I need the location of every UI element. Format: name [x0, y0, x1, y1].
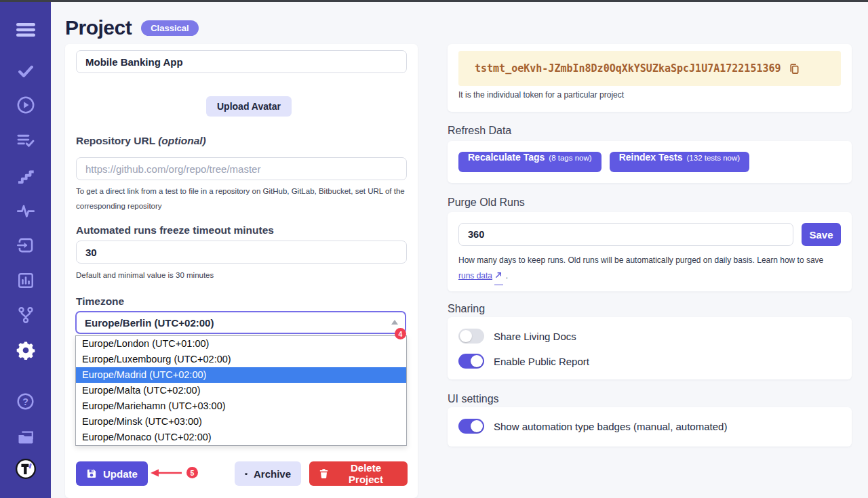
share-living-docs-toggle[interactable] — [458, 329, 484, 344]
page-title: Project — [65, 16, 132, 39]
freeze-timeout-label: Automated runs freeze timeout minutes — [76, 224, 274, 236]
freeze-timeout-input[interactable] — [76, 241, 407, 264]
share-living-docs-label: Share Living Docs — [494, 331, 576, 342]
save-button[interactable]: Save — [802, 223, 841, 246]
timezone-dropdown-list: Europe/London (UTC+01:00) Europe/Luxembo… — [75, 335, 407, 446]
repository-url-input[interactable] — [76, 157, 407, 180]
timezone-option[interactable]: Europe/Malta (UTC+02:00) — [76, 383, 406, 398]
purge-days-input[interactable] — [458, 223, 793, 246]
project-type-badge: Classical — [141, 20, 198, 36]
automation-badges-toggle[interactable] — [458, 419, 484, 434]
timezone-option[interactable]: Europe/London (UTC+01:00) — [76, 336, 406, 352]
enable-public-report-toggle[interactable] — [458, 354, 484, 369]
milestones-steps-icon[interactable] — [14, 164, 38, 188]
sharing-title: Sharing — [448, 303, 485, 315]
runs-data-link[interactable]: runs data — [458, 271, 492, 281]
reindex-tests-button[interactable]: Reindex Tests (132 tests now) — [610, 152, 750, 172]
purge-old-runs-card: Save How many days to keep runs. Old run… — [448, 212, 852, 291]
imports-sign-in-icon[interactable] — [14, 233, 38, 257]
svg-text:?: ? — [22, 396, 28, 407]
freeze-timeout-help: Default and minimal value is 30 minutes — [76, 268, 407, 283]
app-logo[interactable] — [14, 457, 38, 481]
project-settings-card: Upload Avatar Repository URL (optional) … — [65, 44, 418, 498]
reports-bar-chart-icon[interactable] — [14, 268, 38, 293]
repository-url-help: To get a direct link from a test to file… — [76, 184, 407, 213]
recalculate-tags-button[interactable]: Recalculate Tags (8 tags now) — [458, 152, 601, 172]
refresh-data-title: Refresh Data — [448, 125, 511, 137]
ui-settings-card: Show automation type badges (manual, aut… — [448, 407, 852, 447]
copy-icon — [787, 62, 800, 75]
projects-folders-icon[interactable] — [14, 424, 38, 449]
external-link-icon[interactable] — [494, 268, 503, 285]
tests-check-icon[interactable] — [14, 60, 38, 84]
annotation-arrow: 5 — [151, 467, 198, 478]
timezone-option[interactable]: Europe/Mariehamn (UTC+03:00) — [76, 398, 406, 414]
timezone-selected-value: Europe/Berlin (UTC+02:00) — [85, 317, 214, 329]
save-icon — [86, 468, 97, 479]
plans-list-check-icon[interactable] — [14, 129, 38, 153]
project-token-value: tstmt_oeKvh-JZmbIn8Dz0OqXkYSUZkaSpcJ1U7A… — [475, 62, 781, 75]
project-token-card: tstmt_oeKvh-JZmbIn8Dz0OqXkYSUZkaSpcJ1U7A… — [448, 44, 852, 112]
branches-git-icon[interactable] — [14, 303, 38, 327]
automation-badges-label: Show automation type badges (manual, aut… — [494, 421, 727, 432]
archive-icon — [245, 469, 248, 479]
repository-url-label: Repository URL (optional) — [76, 135, 206, 147]
token-help-text: It is the individual token for a particu… — [458, 90, 624, 100]
annotation-step-badge-5: 5 — [186, 467, 198, 478]
upload-avatar-button[interactable]: Upload Avatar — [206, 96, 292, 117]
timezone-option[interactable]: Europe/Minsk (UTC+03:00) — [76, 414, 406, 430]
runs-play-icon[interactable] — [14, 93, 38, 117]
menu-icon[interactable] — [14, 18, 38, 42]
timezone-option-highlighted[interactable]: Europe/Madrid (UTC+02:00) — [76, 367, 406, 383]
delete-project-button[interactable]: Delete Project — [309, 461, 408, 486]
project-name-input[interactable] — [76, 50, 407, 73]
timezone-select[interactable]: Europe/Berlin (UTC+02:00) — [75, 311, 406, 334]
window-edge — [0, 0, 868, 2]
purge-help-text: How many days to keep runs. Old runs wil… — [458, 253, 841, 285]
token-strip: tstmt_oeKvh-JZmbIn8Dz0OqXkYSUZkaSpcJ1U7A… — [458, 51, 841, 86]
update-button[interactable]: Update — [76, 461, 148, 486]
annotation-step-badge-4: 4 — [395, 328, 406, 339]
archive-button[interactable]: Archive — [235, 461, 301, 486]
trash-icon — [319, 468, 328, 479]
analytics-activity-icon[interactable] — [14, 199, 38, 223]
copy-token-button[interactable] — [787, 62, 800, 75]
timezone-label: Timezone — [76, 295, 124, 308]
app-window: ? Project Classical Upload Avatar Reposi… — [0, 0, 868, 498]
sidebar: ? — [0, 0, 51, 498]
purge-old-runs-title: Purge Old Runs — [448, 196, 525, 209]
settings-gear-icon[interactable] — [14, 338, 38, 362]
chevron-up-icon — [391, 320, 398, 325]
ui-settings-title: UI settings — [448, 393, 499, 405]
repository-url-optional: (optional) — [158, 135, 206, 146]
enable-public-report-label: Enable Public Report — [494, 356, 589, 367]
timezone-option[interactable]: Europe/Luxembourg (UTC+02:00) — [76, 352, 406, 367]
help-question-icon[interactable]: ? — [14, 389, 38, 413]
sharing-card: Share Living Docs Enable Public Report — [448, 317, 852, 379]
page-header: Project Classical — [65, 16, 199, 39]
refresh-data-card: Recalculate Tags (8 tags now) Reindex Te… — [448, 141, 852, 183]
timezone-option[interactable]: Europe/Monaco (UTC+02:00) — [76, 430, 406, 445]
